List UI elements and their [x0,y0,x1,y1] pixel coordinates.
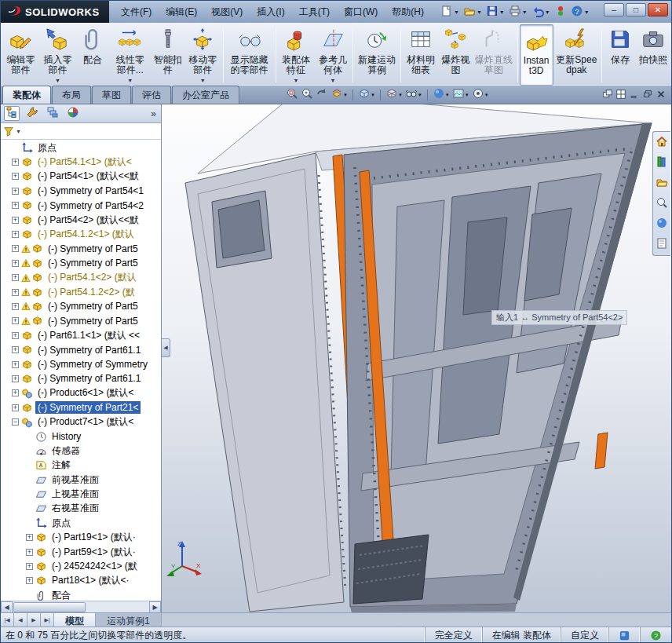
filter-dropdown-arrow-icon[interactable]: ▼ [16,129,21,134]
dropdown-arrow-icon[interactable]: ▼ [477,9,482,15]
tree-row[interactable]: −(-) Product7<1> (默认< [1,415,161,429]
tree-expand-toggle[interactable]: + [12,404,19,411]
split-view-button[interactable] [615,89,626,102]
tree-expand-toggle[interactable]: + [12,375,19,382]
tree-row[interactable]: +(-) Part61.1<1> (默认 << [1,328,161,342]
tree-row[interactable]: +(-) Part19<1> (默认· [1,531,161,545]
tree-expand-toggle[interactable]: + [12,274,19,281]
tree-row[interactable]: +(-) Part59<1> (默认· [1,545,161,559]
dropdown-arrow-icon[interactable]: ▼ [127,75,133,86]
tree-row[interactable]: +(-) Symmetry of Symmetry [1,357,161,371]
tree-expand-toggle[interactable]: + [12,231,19,238]
tree-expand-toggle[interactable]: + [12,346,19,353]
scroll-left-arrow-icon[interactable]: ◀ [1,601,13,613]
previous-view-button[interactable] [316,87,328,102]
tree-row[interactable]: +(-) 24524242<1> (默 [1,559,161,573]
sheet-nav-button-0[interactable]: |◀ [1,613,14,627]
bottom-tab-0[interactable]: 模型 [54,613,96,627]
panel-collapse-arrow[interactable]: ◀ [162,338,170,357]
view-settings-button[interactable]: ▼ [472,87,489,102]
cascade-windows-button[interactable] [602,89,613,102]
display-style-button[interactable]: ▼ [385,87,403,102]
tree-expand-toggle[interactable]: + [12,260,19,267]
command-mate-button[interactable]: 配合 [76,24,109,86]
tree-expand-toggle[interactable]: − [12,418,19,426]
command-snapshot-button[interactable]: 拍快照 [637,24,670,86]
scroll-right-arrow-icon[interactable]: ▶ [149,601,161,613]
design-library-tab[interactable] [656,155,668,170]
minimize-button[interactable]: – [604,3,624,16]
tree-row[interactable]: +(-) Part54.1<2> (默认 [1,271,161,285]
tree-row[interactable]: +(-) Symmetry of Part54<1 [1,184,161,198]
sheet-nav-button-1[interactable]: ◀ [14,613,27,627]
sheet-nav-button-3[interactable]: ▶| [41,613,54,627]
tree-row[interactable]: 原点 [1,141,161,155]
status-custom-dropdown[interactable]: 自定义 [561,627,608,643]
dropdown-arrow-icon[interactable]: ▼ [200,75,206,86]
propertymanager-tab-button[interactable] [24,106,40,121]
dropdown-arrow-icon[interactable]: ▼ [343,93,348,97]
command-instant3d-button[interactable]: Instant3D [520,24,553,86]
command-exploded-view-button[interactable]: 爆炸视图 [440,24,473,86]
tree-row[interactable]: +(-) Part54.1<1> (默认< [1,155,161,169]
search-tab[interactable] [656,196,668,211]
command-assembly-features-button[interactable]: 装配体特征▼ [278,24,315,86]
status-quick-tips[interactable] [608,627,640,643]
zoom-area-button[interactable] [301,87,313,102]
apply-scene-button[interactable]: ▼ [452,87,469,102]
file-explorer-tab[interactable] [656,176,668,191]
tab-布局[interactable]: 布局 [52,86,91,104]
doc-restore-button[interactable] [642,89,653,102]
menu-item-2[interactable]: 视图(V) [204,3,250,21]
tree-row[interactable]: 右视基准面 [1,502,161,516]
menu-item-3[interactable]: 插入(I) [250,3,291,21]
help-button[interactable]: ?▼ [569,3,591,20]
displaymanager-tab-button[interactable] [65,106,81,121]
configurationmanager-tab-button[interactable] [45,106,60,121]
featuremanager-tab-button[interactable] [4,106,20,121]
command-move-component-button[interactable]: 移动零部件▼ [184,24,221,86]
command-insert-component-button[interactable]: 插入零部件▼ [39,24,76,86]
tree-row[interactable]: +(-) Symmetry of Part5 [1,299,161,313]
hide-show-items-button[interactable]: ▼ [405,87,422,102]
tree-expand-toggle[interactable]: + [12,188,19,195]
scrollbar-thumb[interactable] [13,602,86,612]
dropdown-arrow-icon[interactable]: ▼ [398,93,403,97]
panel-chevron[interactable]: » [151,108,158,119]
command-smart-fasteners-button[interactable]: 智能扣件 [152,24,184,86]
tree-expand-toggle[interactable]: + [12,332,19,339]
tree-expand-toggle[interactable]: + [12,202,19,209]
tree-row[interactable]: 配合 [1,588,161,601]
tree-row[interactable]: +(-) Part54.1.2<2> (默 [1,285,161,299]
zoom-fit-button[interactable] [286,87,298,102]
tree-horizontal-scrollbar[interactable]: ◀ ▶ [1,601,161,612]
command-motion-study-button[interactable]: 新建运动算例 [355,24,398,86]
tree-expand-toggle[interactable]: + [12,159,19,166]
dropdown-arrow-icon[interactable]: ▼ [445,93,450,97]
view-orientation-button[interactable]: ▼ [358,87,375,102]
menu-item-4[interactable]: 工具(T) [292,3,337,21]
tree-expand-toggle[interactable]: + [12,173,19,180]
tree-expand-toggle[interactable]: + [12,303,19,310]
doc-minimize-button[interactable] [629,89,640,102]
new-document-button[interactable]: ▼ [439,3,461,20]
tree-row[interactable]: 上视基准面 [1,487,161,501]
maximize-button[interactable]: □ [626,3,646,16]
dropdown-arrow-icon[interactable]: ▼ [545,9,550,15]
command-show-hidden-button[interactable]: 显示隐藏的零部件 [225,24,274,86]
tree-expand-toggle[interactable]: + [12,389,19,396]
tree-expand-toggle[interactable]: + [12,317,19,324]
print-button[interactable]: ▼ [507,3,529,20]
close-button[interactable]: ✕ [648,3,668,16]
tab-草图[interactable]: 草图 [92,86,131,104]
menu-item-5[interactable]: 窗口(W) [337,3,385,21]
command-save-large-button[interactable]: 保存 [604,24,637,86]
dropdown-arrow-icon[interactable]: ▼ [55,75,60,86]
save-button[interactable]: ▼ [484,3,506,20]
dropdown-arrow-icon[interactable]: ▼ [418,93,422,97]
edit-appearance-button[interactable]: ▼ [433,87,450,102]
tree-row[interactable]: A注解 [1,459,161,473]
undo-button[interactable]: ▼ [530,3,552,20]
command-update-speedpak-button[interactable]: 更新Speedpak [553,24,600,86]
status-help[interactable]: ? [640,627,671,643]
